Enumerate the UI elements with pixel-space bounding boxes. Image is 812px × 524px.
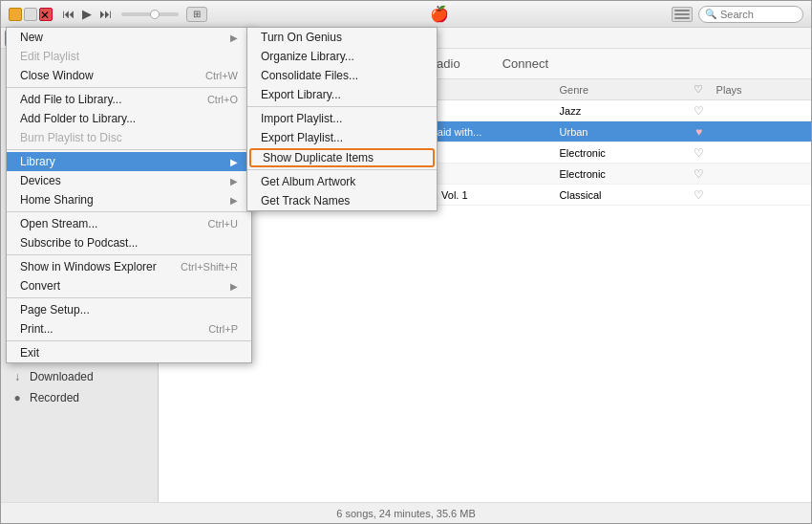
window-controls: ✕ <box>9 8 53 21</box>
cell-genre: Electronic <box>554 147 688 159</box>
maximize-button[interactable] <box>24 8 37 21</box>
col-header-heart: ♡ <box>688 83 711 96</box>
menu-burn-playlist: Burn Playlist to Disc <box>7 128 251 147</box>
heart-icon: ♡ <box>694 167 704 181</box>
rewind-button[interactable]: ⏮ <box>60 7 76 21</box>
menu-print[interactable]: Print... Ctrl+P <box>7 319 251 338</box>
submenu-get-album-artwork[interactable]: Get Album Artwork <box>247 172 437 191</box>
menu-add-file[interactable]: Add File to Library... Ctrl+O <box>7 90 251 109</box>
sidebar-item-label: Downloaded <box>30 370 94 383</box>
menu-exit[interactable]: Exit <box>7 343 251 362</box>
separator <box>7 149 251 150</box>
sidebar-item-recorded[interactable]: ● Recorded <box>1 387 158 408</box>
menu-open-stream[interactable]: Open Stream... Ctrl+U <box>7 214 251 233</box>
submenu-get-track-names[interactable]: Get Track Names <box>247 191 437 210</box>
sidebar-item-downloaded[interactable]: ↓ Downloaded <box>1 366 158 387</box>
close-button[interactable]: ✕ <box>39 8 53 21</box>
menu-subscribe-podcast[interactable]: Subscribe to Podcast... <box>7 233 251 252</box>
submenu-show-duplicate-items[interactable]: Show Duplicate Items <box>249 148 435 167</box>
cell-heart[interactable]: ♡ <box>688 146 711 160</box>
search-icon: 🔍 <box>705 9 716 19</box>
menu-close-window[interactable]: Close Window Ctrl+W <box>7 66 251 85</box>
heart-icon: ♡ <box>694 146 704 160</box>
cell-genre: Electronic <box>554 168 688 180</box>
menu-devices[interactable]: Devices ▶ <box>7 171 251 190</box>
cell-heart[interactable]: ♡ <box>688 167 711 181</box>
cell-genre: Classical <box>554 189 688 201</box>
submenu-organize-library[interactable]: Organize Library... <box>247 47 437 66</box>
separator <box>7 87 251 88</box>
separator <box>247 169 437 170</box>
title-bar-left: ✕ ⏮ ▶ ⏭ ⊞ <box>9 7 207 22</box>
status-text: 6 songs, 24 minutes, 35.6 MB <box>336 508 476 519</box>
list-view-button[interactable] <box>672 7 693 22</box>
menu-convert[interactable]: Convert ▶ <box>7 276 251 295</box>
menu-library[interactable]: Library ▶ <box>7 152 251 171</box>
cell-genre: Jazz <box>554 105 688 117</box>
title-bar-right: 🔍 <box>672 6 803 23</box>
cell-heart[interactable]: ♡ <box>688 188 711 202</box>
minimize-button[interactable] <box>9 8 22 21</box>
submenu-turn-on-genius[interactable]: Turn On Genius <box>247 28 437 47</box>
volume-thumb <box>150 10 160 19</box>
downloaded-icon: ↓ <box>11 370 24 383</box>
search-box[interactable]: 🔍 <box>698 6 803 23</box>
menu-new[interactable]: New ▶ <box>7 28 251 47</box>
cell-genre: Urban <box>554 126 688 138</box>
title-bar: ✕ ⏮ ▶ ⏭ ⊞ 🍎 🔍 <box>1 1 811 28</box>
heart-icon: ♥ <box>695 125 702 139</box>
menu-home-sharing[interactable]: Home Sharing ▶ <box>7 190 251 209</box>
fast-forward-button[interactable]: ⏭ <box>97 7 114 21</box>
separator <box>7 297 251 298</box>
recorded-icon: ● <box>11 391 24 404</box>
menu-page-setup[interactable]: Page Setup... <box>7 300 251 319</box>
cell-heart[interactable]: ♥ <box>688 125 711 139</box>
separator <box>7 340 251 341</box>
submenu-export-library[interactable]: Export Library... <box>247 85 437 104</box>
submenu-import-playlist[interactable]: Import Playlist... <box>247 109 437 128</box>
menu-add-folder[interactable]: Add Folder to Library... <box>7 109 251 128</box>
volume-slider[interactable] <box>121 12 179 16</box>
status-bar: 6 songs, 24 minutes, 35.6 MB <box>1 502 811 523</box>
transport-controls: ⏮ ▶ ⏭ <box>60 7 114 21</box>
separator <box>247 106 437 107</box>
tab-connect[interactable]: Connect <box>491 53 560 75</box>
sidebar-item-label: Recorded <box>30 391 79 404</box>
submenu-consolidate-files[interactable]: Consolidate Files... <box>247 66 437 85</box>
title-bar-center: 🍎 <box>213 5 666 23</box>
search-input[interactable] <box>720 9 797 20</box>
menu-edit-playlist: Edit Playlist <box>7 47 251 66</box>
play-button[interactable]: ▶ <box>80 7 94 21</box>
col-header-genre[interactable]: Genre <box>554 84 688 96</box>
heart-icon: ♡ <box>694 188 704 202</box>
menu-show-explorer[interactable]: Show in Windows Explorer Ctrl+Shift+R <box>7 257 251 276</box>
separator <box>7 211 251 212</box>
display-mode-button[interactable]: ⊞ <box>186 7 207 22</box>
separator <box>7 254 251 255</box>
cell-heart[interactable]: ♡ <box>688 104 711 118</box>
file-dropdown: New ▶ Edit Playlist Close Window Ctrl+W … <box>6 27 252 363</box>
apple-logo: 🍎 <box>430 5 449 23</box>
library-submenu: Turn On Genius Organize Library... Conso… <box>246 27 438 211</box>
submenu-export-playlist[interactable]: Export Playlist... <box>247 128 437 147</box>
heart-icon: ♡ <box>694 104 704 118</box>
col-header-plays[interactable]: Plays <box>711 84 803 96</box>
